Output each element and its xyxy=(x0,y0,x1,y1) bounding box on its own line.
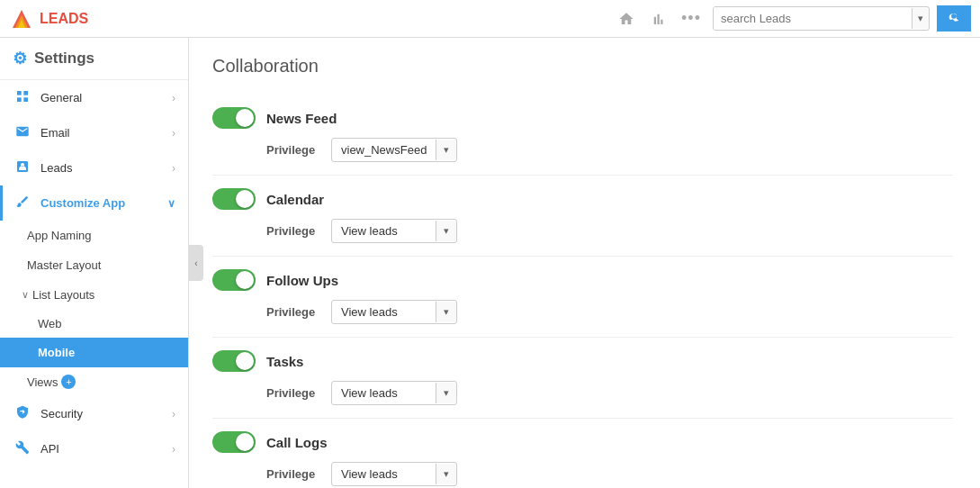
content-inner: Collaboration News Feed Privilege view_N… xyxy=(189,38,980,488)
toggle-knob-follow-ups xyxy=(236,271,254,289)
sidebar-subitem-master-layout[interactable]: Master Layout xyxy=(0,250,188,280)
search-dropdown-toggle[interactable]: ▾ xyxy=(912,8,929,29)
sidebar-item-email[interactable]: Email › xyxy=(0,115,188,150)
layout: ⚙ Settings General › Email › Leads › xyxy=(0,38,980,488)
privilege-select-tasks[interactable]: View leads ▾ xyxy=(331,381,457,405)
sidebar-title: Settings xyxy=(34,50,94,68)
section-header-follow-ups: Follow Ups xyxy=(212,269,953,291)
chevron-right-icon: › xyxy=(172,162,175,175)
sidebar-item-label-email: Email xyxy=(40,126,172,140)
privilege-row-follow-ups: Privilege View leads ▾ xyxy=(212,300,953,324)
toggle-news-feed[interactable] xyxy=(212,107,256,129)
sidebar-subitem-list-layouts[interactable]: ∨ List Layouts xyxy=(0,280,188,310)
search-input[interactable] xyxy=(714,7,912,30)
sidebar-item-api[interactable]: API › xyxy=(0,431,188,466)
section-row-follow-ups: Follow Ups Privilege View leads ▾ xyxy=(212,257,953,338)
section-name-follow-ups: Follow Ups xyxy=(266,273,338,288)
privilege-value-news-feed: view_NewsFeed xyxy=(332,139,436,161)
mobile-label: Mobile xyxy=(38,346,75,359)
sidebar: ⚙ Settings General › Email › Leads › xyxy=(0,38,189,488)
chevron-right-icon: › xyxy=(172,127,175,140)
sidebar-item-leads[interactable]: Leads › xyxy=(0,150,188,185)
sidebar-subitem-mobile[interactable]: Mobile xyxy=(0,338,188,367)
toggle-follow-ups[interactable] xyxy=(212,269,256,291)
chart-button[interactable] xyxy=(644,5,673,33)
home-button[interactable] xyxy=(612,5,641,33)
page-title: Collaboration xyxy=(212,56,953,77)
privilege-dropdown-icon-news-feed[interactable]: ▾ xyxy=(436,140,456,160)
section-name-tasks: Tasks xyxy=(266,354,303,369)
toggle-knob-call-logs xyxy=(236,433,254,451)
app-logo: LEADS xyxy=(9,6,153,32)
section-name-news-feed: News Feed xyxy=(266,111,337,126)
logo-icon xyxy=(9,6,34,32)
toggle-knob-news-feed xyxy=(236,109,254,127)
toggle-tasks[interactable] xyxy=(212,350,256,372)
section-row-news-feed: News Feed Privilege view_NewsFeed ▾ xyxy=(212,95,953,176)
privilege-row-news-feed: Privilege view_NewsFeed ▾ xyxy=(212,138,953,162)
sidebar-item-label-api: API xyxy=(40,442,172,456)
chevron-right-icon: › xyxy=(172,443,175,456)
privilege-dropdown-icon-tasks[interactable]: ▾ xyxy=(436,383,456,403)
more-button[interactable]: ••• xyxy=(677,5,706,33)
topbar-icons: ••• xyxy=(612,5,706,33)
section-name-call-logs: Call Logs xyxy=(266,435,328,450)
privilege-select-follow-ups[interactable]: View leads ▾ xyxy=(331,300,457,324)
search-button[interactable] xyxy=(937,5,971,32)
views-add-icon[interactable]: + xyxy=(61,375,76,389)
svg-rect-3 xyxy=(17,91,22,95)
sidebar-item-general[interactable]: General › xyxy=(0,80,188,115)
section-header-call-logs: Call Logs xyxy=(212,431,953,453)
app-naming-label: App Naming xyxy=(27,229,92,242)
section-header-news-feed: News Feed xyxy=(212,107,953,129)
list-layouts-label: List Layouts xyxy=(32,288,94,302)
svg-rect-4 xyxy=(23,91,28,95)
sidebar-subitem-web[interactable]: Web xyxy=(0,310,188,338)
toggle-knob-tasks xyxy=(236,352,254,370)
app-name: LEADS xyxy=(40,11,88,27)
svg-rect-5 xyxy=(17,97,22,102)
toggle-calendar[interactable] xyxy=(212,188,256,210)
api-icon xyxy=(15,440,33,457)
privilege-row-calendar: Privilege View leads ▾ xyxy=(212,219,953,243)
master-layout-label: Master Layout xyxy=(27,258,101,272)
web-label: Web xyxy=(38,317,62,330)
sidebar-collapse-handle[interactable]: ‹ xyxy=(189,245,203,281)
section-row-calendar: Calendar Privilege View leads ▾ xyxy=(212,176,953,257)
sidebar-item-label-leads: Leads xyxy=(40,161,172,175)
privilege-select-call-logs[interactable]: View leads ▾ xyxy=(331,462,457,486)
privilege-label-news-feed: Privilege xyxy=(266,143,320,157)
sidebar-item-views[interactable]: Views + xyxy=(0,367,188,396)
toggle-call-logs[interactable] xyxy=(212,431,256,453)
section-name-calendar: Calendar xyxy=(266,192,324,207)
privilege-label-calendar: Privilege xyxy=(266,224,320,238)
privilege-label-call-logs: Privilege xyxy=(266,467,320,481)
chevron-down-icon: ∨ xyxy=(167,197,175,210)
privilege-label-follow-ups: Privilege xyxy=(266,305,320,319)
search-wrapper: ▾ xyxy=(713,6,930,31)
leads-icon xyxy=(15,159,33,176)
privilege-dropdown-icon-call-logs[interactable]: ▾ xyxy=(436,464,456,484)
chevron-right-icon: › xyxy=(172,92,175,104)
sidebar-item-customize[interactable]: Customize App ∨ xyxy=(0,185,188,221)
sidebar-item-label-security: Security xyxy=(40,407,172,420)
privilege-label-tasks: Privilege xyxy=(266,386,320,400)
general-icon xyxy=(15,89,33,106)
sidebar-subitem-app-naming[interactable]: App Naming xyxy=(0,221,188,250)
security-icon xyxy=(15,405,33,422)
privilege-value-follow-ups: View leads xyxy=(332,301,436,323)
sidebar-item-label-customize: Customize App xyxy=(40,196,167,210)
chevron-down-small-icon: ∨ xyxy=(22,289,29,301)
privilege-value-call-logs: View leads xyxy=(332,463,436,485)
privilege-value-calendar: View leads xyxy=(332,220,436,242)
section-row-call-logs: Call Logs Privilege View leads ▾ xyxy=(212,419,953,488)
privilege-select-news-feed[interactable]: view_NewsFeed ▾ xyxy=(331,138,457,162)
main-content: ‹ Collaboration News Feed Privilege view… xyxy=(189,38,980,488)
section-row-tasks: Tasks Privilege View leads ▾ xyxy=(212,338,953,419)
sidebar-item-security[interactable]: Security › xyxy=(0,396,188,431)
gear-icon: ⚙ xyxy=(13,49,27,68)
privilege-dropdown-icon-follow-ups[interactable]: ▾ xyxy=(436,302,456,322)
section-header-tasks: Tasks xyxy=(212,350,953,372)
privilege-select-calendar[interactable]: View leads ▾ xyxy=(331,219,457,243)
privilege-dropdown-icon-calendar[interactable]: ▾ xyxy=(436,221,456,241)
